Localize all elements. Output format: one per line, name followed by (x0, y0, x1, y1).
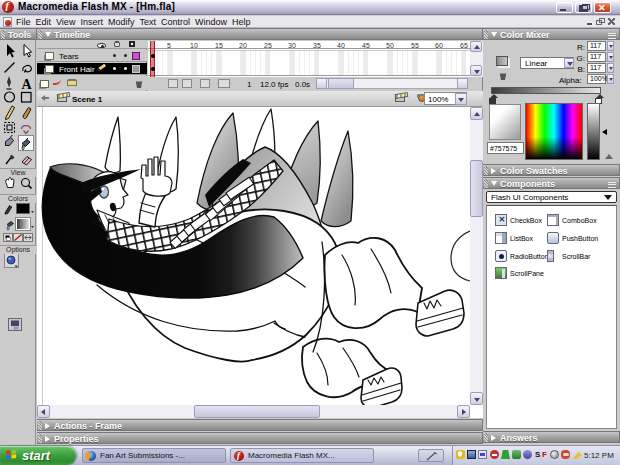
svg-text:A: A (22, 77, 33, 92)
